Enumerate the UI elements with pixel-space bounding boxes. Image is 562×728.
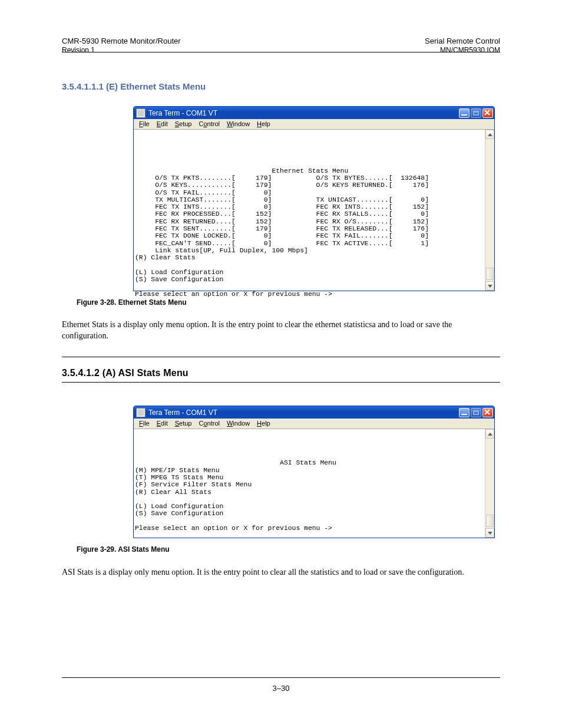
vertical-scrollbar[interactable] xyxy=(485,429,494,538)
vertical-scrollbar[interactable] xyxy=(485,130,494,291)
close-button[interactable] xyxy=(482,108,493,118)
menu-window[interactable]: Window xyxy=(223,419,253,429)
maximize-button[interactable] xyxy=(471,408,481,417)
menu-file[interactable]: File xyxy=(135,419,153,429)
scroll-up-icon[interactable] xyxy=(485,429,494,439)
scroll-down-icon[interactable] xyxy=(485,528,494,538)
menubar: File Edit Setup Control Window Help xyxy=(134,119,494,130)
window-title: Tera Term - COM1 VT xyxy=(148,109,459,117)
scroll-up-icon[interactable] xyxy=(485,130,494,139)
section-a-body: Ethernet Stats is a display only menu op… xyxy=(62,319,500,342)
scroll-thumb[interactable] xyxy=(486,515,494,527)
product-name: CMR-5930 Remote Monitor/Router xyxy=(62,37,181,45)
figure-b-caption: Figure 3-29. ASI Stats Menu xyxy=(77,545,170,554)
maximize-button[interactable] xyxy=(471,108,481,118)
section-b-body: ASI Stats is a display only menu option.… xyxy=(62,567,500,578)
menu-edit[interactable]: Edit xyxy=(153,419,171,429)
app-icon xyxy=(136,408,146,417)
menu-help[interactable]: Help xyxy=(253,419,274,429)
menu-window[interactable]: Window xyxy=(223,119,253,129)
section-a-heading: 3.5.4.1.1.1 (E) Ethernet Stats Menu xyxy=(62,81,206,91)
window-title: Tera Term - COM1 VT xyxy=(148,409,459,417)
menu-setup[interactable]: Setup xyxy=(171,419,196,429)
titlebar[interactable]: Tera Term - COM1 VT xyxy=(134,107,494,119)
menu-control[interactable]: Control xyxy=(195,419,223,429)
terminal-content-a: Ethernet Stats Menu O/S TX PKTS........[… xyxy=(134,130,494,299)
app-icon xyxy=(136,108,146,118)
terminal-content-b: ASI Stats Menu (M) MPE/IP Stats Menu (T)… xyxy=(134,429,494,533)
scroll-down-icon[interactable] xyxy=(485,281,494,291)
titlebar[interactable]: Tera Term - COM1 VT xyxy=(134,406,494,419)
minimize-button[interactable] xyxy=(459,408,470,417)
minimize-button[interactable] xyxy=(459,108,470,118)
revision-line: Revision 1 xyxy=(62,46,95,54)
scroll-thumb[interactable] xyxy=(486,268,494,280)
terminal-window-asi: Tera Term - COM1 VT File Edit Setup Cont… xyxy=(133,406,495,538)
menu-control[interactable]: Control xyxy=(195,119,223,129)
menu-setup[interactable]: Setup xyxy=(171,119,196,129)
running-head-right: Serial Remote Control xyxy=(425,37,500,45)
page-number: 3–30 xyxy=(273,684,290,693)
menu-help[interactable]: Help xyxy=(253,119,274,129)
menu-file[interactable]: File xyxy=(135,119,153,129)
menubar: File Edit Setup Control Window Help xyxy=(134,419,494,429)
menu-edit[interactable]: Edit xyxy=(153,119,171,129)
manual-id: MN/CMR5930.IOM xyxy=(440,46,500,54)
close-button[interactable] xyxy=(482,408,493,417)
section-b-heading: 3.5.4.1.2 (A) ASI Stats Menu xyxy=(62,368,189,378)
terminal-window-ethernet: Tera Term - COM1 VT File Edit Setup Cont… xyxy=(133,106,495,291)
figure-a-caption: Figure 3-28. Ethernet Stats Menu xyxy=(77,298,187,307)
